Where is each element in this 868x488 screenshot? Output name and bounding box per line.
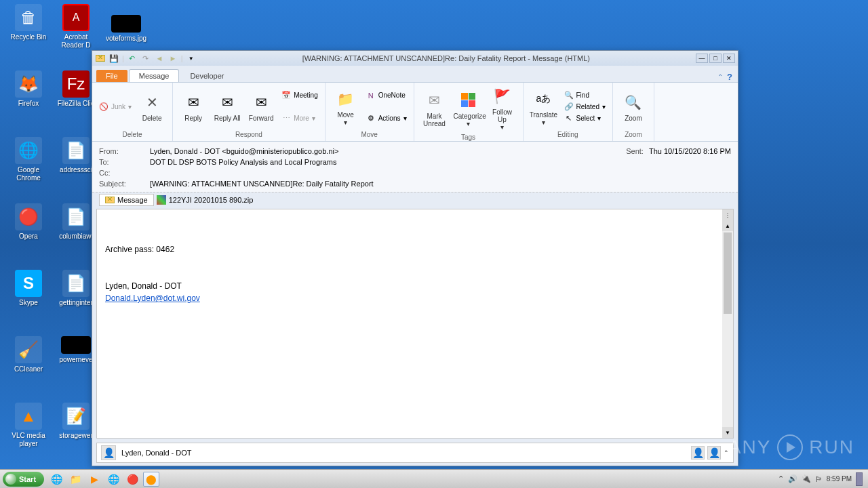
- taskbar-media[interactable]: ▶: [86, 472, 102, 487]
- ribbon-tabs: File Message Developer ⌃ ?: [92, 66, 738, 82]
- vertical-scrollbar[interactable]: ⋮ ▲ ▼: [722, 209, 733, 438]
- attachment-file[interactable]: 122YJI 20201015 890.zip: [157, 195, 254, 205]
- body-line-archive-pass: Archive pass: 0462: [105, 243, 714, 256]
- avatar-thumb[interactable]: 👤: [691, 446, 705, 460]
- related-icon: 🔗: [564, 102, 574, 112]
- expand-people-icon[interactable]: ⌃: [724, 449, 729, 456]
- taskbar-explorer[interactable]: 📁: [67, 472, 83, 487]
- junk-icon: 🚫: [99, 102, 108, 112]
- desktop-icon-voteforms[interactable]: voteforms.jpg: [104, 15, 148, 43]
- tray-expand-icon[interactable]: ⌃: [778, 474, 784, 483]
- tab-developer[interactable]: Developer: [180, 70, 233, 82]
- meeting-button[interactable]: 📅Meeting: [279, 90, 321, 101]
- onenote-icon: N: [366, 91, 376, 100]
- ribbon-group-move: 📁Move▾ NOneNote ⚙Actions ▾ Move: [326, 83, 414, 141]
- find-button[interactable]: 🔍Find: [561, 90, 608, 101]
- onenote-button[interactable]: NOneNote: [363, 90, 410, 101]
- select-button[interactable]: ↖Select ▾: [561, 113, 608, 124]
- scroll-up-icon[interactable]: ▲: [722, 220, 733, 231]
- email-body-area: Archive pass: 0462 Lyden, Donald - DOT D…: [96, 209, 734, 439]
- avatar-thumb[interactable]: 👤: [707, 446, 721, 460]
- meeting-icon: 📅: [281, 91, 291, 100]
- sent-label: Sent:: [626, 147, 644, 155]
- tray-network-icon[interactable]: 🔌: [802, 474, 811, 483]
- previous-icon[interactable]: ◄: [154, 53, 165, 64]
- desktop-icon-ccleaner[interactable]: 🧹CCleaner: [7, 336, 50, 373]
- body-signature-email[interactable]: Donald.Lyden@dot.wi.gov: [105, 293, 200, 303]
- ribbon-group-zoom: 🔍Zoom Zoom: [613, 83, 654, 141]
- undo-icon[interactable]: ↶: [127, 53, 138, 64]
- select-icon: ↖: [564, 114, 574, 123]
- delete-button[interactable]: ✕Delete: [136, 90, 168, 123]
- mark-unread-icon: ✉: [424, 89, 446, 111]
- desktop-icon-chrome[interactable]: 🌐Google Chrome: [7, 137, 50, 182]
- actions-icon: ⚙: [366, 114, 376, 123]
- taskbar-outlook[interactable]: ⬤: [143, 472, 159, 487]
- move-button[interactable]: 📁Move▾: [330, 87, 362, 127]
- cc-label: Cc:: [99, 169, 150, 177]
- translate-button[interactable]: aあTranslate▾: [528, 87, 560, 127]
- to-label: To:: [99, 158, 150, 166]
- more-icon: ⋯: [281, 114, 291, 123]
- desktop-icon-firefox[interactable]: 🦊Firefox: [7, 70, 50, 108]
- tab-message[interactable]: Message: [129, 69, 180, 82]
- actions-button[interactable]: ⚙Actions ▾: [363, 113, 410, 124]
- minimize-ribbon-icon[interactable]: ⌃: [717, 73, 723, 81]
- close-button[interactable]: ✕: [723, 54, 735, 63]
- recycle-bin-icon: 🗑: [15, 4, 42, 31]
- follow-up-button[interactable]: 🚩Follow Up▾: [486, 84, 519, 132]
- ribbon-group-editing: aあTranslate▾ 🔍Find 🔗Related ▾ ↖Select ▾ …: [524, 83, 613, 141]
- email-headers: From: Lyden, Donald - DOT <bguido@minist…: [92, 142, 738, 192]
- related-button[interactable]: 🔗Related ▾: [561, 102, 608, 113]
- more-button[interactable]: ⋯More ▾: [279, 113, 321, 124]
- save-icon[interactable]: 💾: [108, 53, 119, 64]
- taskbar-ie[interactable]: 🌐: [48, 472, 64, 487]
- forward-button[interactable]: ✉Forward: [245, 90, 277, 123]
- vlc-icon: ▲: [15, 403, 42, 430]
- mark-unread-button[interactable]: ✉Mark Unread: [418, 88, 451, 129]
- zoom-button[interactable]: 🔍Zoom: [617, 90, 650, 123]
- flag-icon: 🚩: [492, 85, 513, 107]
- firefox-icon: 🦊: [15, 70, 42, 98]
- junk-button[interactable]: 🚫Junk ▾: [96, 102, 134, 113]
- qat-dropdown-icon[interactable]: ▼: [186, 53, 197, 64]
- desktop-icon-skype[interactable]: SSkype: [7, 270, 50, 307]
- desktop-icon-recyclebin[interactable]: 🗑Recycle Bin: [7, 4, 50, 41]
- from-label: From:: [99, 147, 150, 155]
- desktop-icon-vlc[interactable]: ▲VLC media player: [7, 403, 50, 448]
- move-icon: 📁: [335, 88, 357, 110]
- help-icon[interactable]: ?: [727, 72, 732, 82]
- ribbon-group-tags: ✉Mark Unread Categorize▾ 🚩Follow Up▾ Tag…: [414, 83, 524, 141]
- minimize-button[interactable]: —: [696, 54, 708, 63]
- redo-icon[interactable]: ↷: [140, 53, 151, 64]
- desktop-icon-opera[interactable]: 🔴Opera: [7, 203, 50, 241]
- tray-clock[interactable]: 8:59 PM: [827, 475, 852, 483]
- reply-button[interactable]: ✉Reply: [177, 90, 210, 123]
- outlook-message-window: 💾 | ↶ ↷ ◄ ► | ▼ [WARNING: ATTACHMENT UNS…: [92, 50, 738, 466]
- scroll-thumb[interactable]: [724, 232, 732, 314]
- envelope-icon: [105, 195, 115, 205]
- reply-all-button[interactable]: ✉Reply All: [211, 90, 243, 123]
- taskbar-opera[interactable]: 🔴: [124, 472, 140, 487]
- tab-file[interactable]: File: [96, 70, 127, 82]
- show-desktop-button[interactable]: [856, 472, 863, 486]
- tray-volume-icon[interactable]: 🔊: [788, 474, 797, 483]
- window-title: [WARNING: ATTACHMENT UNSCANNED]Re: Daily…: [199, 54, 693, 62]
- taskbar-chrome[interactable]: 🌐: [105, 472, 121, 487]
- subject-value: [WARNING: ATTACHMENT UNSCANNED]Re: Daily…: [150, 180, 731, 188]
- avatar: 👤: [101, 445, 116, 460]
- word-file-icon: 📝: [62, 403, 90, 430]
- maximize-button[interactable]: □: [709, 54, 722, 63]
- scroll-options-icon[interactable]: ⋮: [722, 209, 733, 220]
- tray-flag-icon[interactable]: 🏳: [815, 475, 823, 483]
- message-tab[interactable]: Message: [99, 194, 154, 206]
- next-icon[interactable]: ►: [167, 53, 178, 64]
- opera-icon: 🔴: [15, 203, 42, 230]
- start-button[interactable]: Start: [3, 472, 44, 487]
- scroll-down-icon[interactable]: ▼: [722, 427, 733, 438]
- categorize-button[interactable]: Categorize▾: [452, 88, 485, 129]
- from-value: Lyden, Donald - DOT <bguido@ministeriopu…: [150, 147, 626, 155]
- attachment-row: Message 122YJI 20201015 890.zip: [92, 192, 738, 209]
- people-name: Lyden, Donald - DOT: [121, 449, 192, 457]
- desktop-icon-acrobat[interactable]: AAcrobat Reader D: [54, 4, 98, 49]
